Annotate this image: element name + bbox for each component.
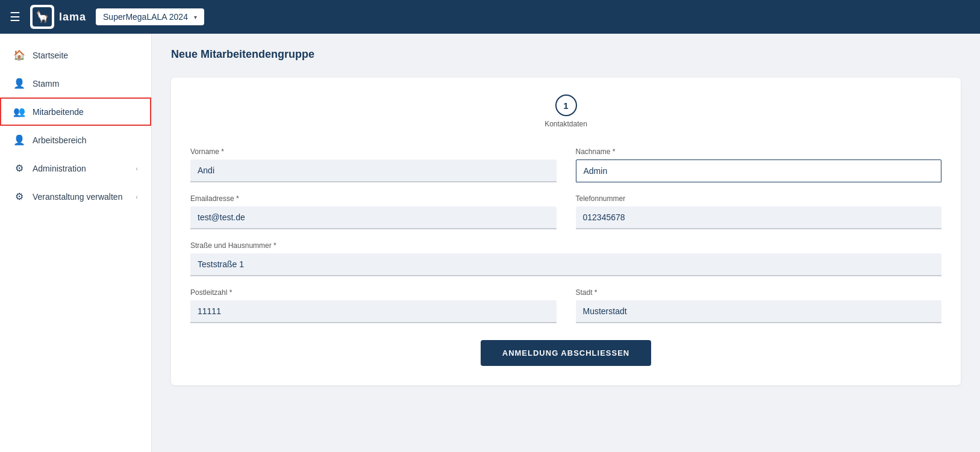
navbar: ☰ 🦙 lama SuperMegaLALA 2024 ▾ <box>0 0 980 34</box>
person2-icon: 👤 <box>13 134 25 146</box>
email-label: Emailadresse * <box>190 194 557 203</box>
step-circle: 1 <box>555 94 577 116</box>
vorname-label: Vorname * <box>190 147 557 156</box>
sidebar-label-mitarbeitende: Mitarbeitende <box>33 107 84 117</box>
gear2-icon: ⚙ <box>13 191 25 202</box>
sidebar-label-arbeitsbereich: Arbeitsbereich <box>33 135 87 145</box>
sidebar-item-administration[interactable]: ⚙ Administration ‹ <box>0 154 151 182</box>
sidebar: 🏠 Startseite 👤 Stamm 👥 Mitarbeitende 👤 A… <box>0 34 152 452</box>
dropdown-chevron-icon: ▾ <box>194 14 197 20</box>
sidebar-item-stamm[interactable]: 👤 Stamm <box>0 69 151 98</box>
chevron-right-icon: ‹ <box>136 165 138 172</box>
plz-label: Postleitzahl * <box>190 288 557 297</box>
submit-row: ANMELDUNG ABSCHLIESSEN <box>190 340 941 366</box>
page-title: Neue Mitarbeitendengruppe <box>171 48 961 61</box>
logo-text: lama <box>59 11 86 23</box>
form-card: 1 Kontaktdaten Vorname * Nachname * Emai… <box>171 78 961 385</box>
svg-text:🦙: 🦙 <box>36 10 49 23</box>
plz-input[interactable] <box>190 300 557 323</box>
main-content: Neue Mitarbeitendengruppe 1 Kontaktdaten… <box>152 34 980 452</box>
form-group-email: Emailadresse * <box>190 194 557 229</box>
form-row-contact: Emailadresse * Telefonnummer <box>190 194 941 229</box>
form-group-vorname: Vorname * <box>190 147 557 182</box>
form-group-telefon: Telefonnummer <box>576 194 942 229</box>
logo: 🦙 lama <box>30 5 86 29</box>
stepper: 1 Kontaktdaten <box>190 94 941 128</box>
gear-icon: ⚙ <box>13 163 25 174</box>
vorname-input[interactable] <box>190 159 557 182</box>
submit-button[interactable]: ANMELDUNG ABSCHLIESSEN <box>481 340 651 366</box>
chevron-right2-icon: ‹ <box>136 193 138 200</box>
home-icon: 🏠 <box>13 49 25 61</box>
sidebar-label-veranstaltung: Veranstaltung verwalten <box>33 192 122 202</box>
stadt-input[interactable] <box>576 300 942 323</box>
telefon-input[interactable] <box>576 206 942 229</box>
dropdown-label: SuperMegaLALA 2024 <box>103 12 188 22</box>
group-icon: 👥 <box>13 106 25 117</box>
form-group-plz: Postleitzahl * <box>190 288 557 323</box>
sidebar-item-arbeitsbereich[interactable]: 👤 Arbeitsbereich <box>0 126 151 154</box>
form-group-nachname: Nachname * <box>576 147 942 182</box>
event-dropdown[interactable]: SuperMegaLALA 2024 ▾ <box>96 8 204 25</box>
logo-icon: 🦙 <box>30 5 54 29</box>
lama-svg: 🦙 <box>33 7 52 26</box>
stadt-label: Stadt * <box>576 288 942 297</box>
form-group-strasse: Straße und Hausnummer * <box>190 241 941 276</box>
sidebar-item-startseite[interactable]: 🏠 Startseite <box>0 41 151 69</box>
sidebar-label-startseite: Startseite <box>33 51 68 60</box>
app-layout: 🏠 Startseite 👤 Stamm 👥 Mitarbeitende 👤 A… <box>0 34 980 452</box>
strasse-label: Straße und Hausnummer * <box>190 241 941 250</box>
strasse-input[interactable] <box>190 253 941 276</box>
telefon-label: Telefonnummer <box>576 194 942 203</box>
form-row-location: Postleitzahl * Stadt * <box>190 288 941 323</box>
sidebar-label-stamm: Stamm <box>33 79 59 88</box>
step-label: Kontaktdaten <box>545 120 587 128</box>
nachname-label: Nachname * <box>576 147 942 156</box>
form-row-name: Vorname * Nachname * <box>190 147 941 182</box>
sidebar-item-veranstaltung[interactable]: ⚙ Veranstaltung verwalten ‹ <box>0 182 151 211</box>
nachname-input[interactable] <box>576 159 942 182</box>
sidebar-label-administration: Administration <box>33 164 86 173</box>
form-row-street: Straße und Hausnummer * <box>190 241 941 276</box>
person-icon: 👤 <box>13 78 25 89</box>
sidebar-item-mitarbeitende[interactable]: 👥 Mitarbeitende <box>0 98 151 126</box>
form-group-stadt: Stadt * <box>576 288 942 323</box>
hamburger-icon[interactable]: ☰ <box>10 10 20 24</box>
email-input[interactable] <box>190 206 557 229</box>
